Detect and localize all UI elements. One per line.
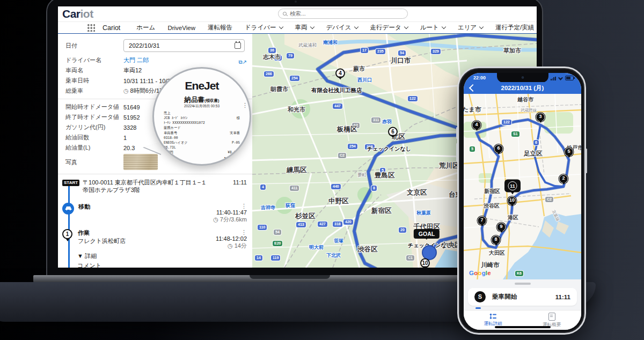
section-menu-icon[interactable]: ⋮ [242,102,248,108]
date-input[interactable] [123,39,245,52]
map-label: 要町 [357,172,367,179]
road-shield: 8 [371,186,377,191]
bottom-sheet[interactable]: S 乗車開始 11:11 [464,279,581,310]
nav-item[interactable]: 運転報告 [208,24,232,32]
nav-item[interactable]: 走行データ [370,24,408,32]
stop-marker-pin[interactable]: 9 [497,223,506,232]
stop-marker-pin[interactable]: 6 [494,144,503,153]
cariot-logo: Cariot [62,8,93,20]
bubble-tail [144,142,162,154]
phone-tab-bar: 運転詳細 運転概要 [464,310,581,330]
route-icon [489,313,497,320]
stop-marker-pin[interactable]: 8 [492,235,501,245]
global-search-input[interactable]: 検索... [278,9,408,19]
app-navbar: Cariot ホーム DriveView 運転報告 ドライバー 車両 [58,22,537,34]
map-label: 武蔵野線 [521,108,537,113]
road-shield: 420 [343,219,353,225]
stop-marker-pin[interactable]: 11 [504,180,521,193]
nav-item[interactable]: DriveView [167,25,195,31]
back-chevron-icon[interactable] [469,84,477,92]
receipt-line: 売上 [164,111,240,116]
road-shield: 311 [371,117,380,123]
status-time: 22:00 [473,75,486,80]
power-button [586,149,587,173]
map-label: 足立区 [524,150,543,158]
receipt-photo-thumb[interactable] [123,154,158,170]
stop-marker-pin[interactable]: 10 [508,196,517,205]
receipt-line: ENEOSハイオクP-05 [164,141,240,145]
map-label: 朝霞市 [270,85,288,93]
map-label: 渋谷区 [484,202,500,210]
road-shield: 5 [470,146,475,152]
field-row: ドライバー名 ◷大門 二郎 [58,55,252,65]
timeline-move-row: 移動 ⋮ 11:40-11:47 ◷ 7分/3.6km [58,202,252,224]
details-toggle[interactable]: ▼ 詳細 [77,252,252,261]
move-menu-icon[interactable]: ⋮ [241,203,247,209]
signal-icon [551,77,556,81]
map-label: 武蔵浦和 [298,42,317,49]
nav-item[interactable]: ルート [420,24,445,32]
map-label: 新宿区 [484,188,500,195]
nav-item[interactable]: 車両 [295,24,314,32]
nav-item[interactable]: ドライバー [245,24,283,32]
start-time: 11:11 [233,179,247,194]
road-shield: 122 [502,120,511,125]
phone-status-bar: 22:00 [464,73,581,82]
road-shield: 413 [296,222,306,227]
map-label: 秋葉原 [416,210,431,217]
road-shield: C2 [338,153,346,158]
map-label: 越谷市 [517,96,533,104]
nav-item[interactable]: 運行予定/実績 [495,24,534,32]
start-address-line2: 帝国ホテルプラザ3階 [83,187,140,193]
divider [58,174,252,174]
receipt-line: 車両番号実車番 [164,131,240,136]
stop-marker-pin[interactable]: 6 [388,127,398,137]
home-indicator[interactable] [495,326,551,328]
receipt-line: 173円¥8,084 [164,150,240,155]
ride-start-time: 11:11 [555,294,570,300]
work-stop-pin[interactable]: 1 [62,229,72,239]
road-shield: 79 [287,53,294,58]
map-label: 草加市 [503,47,521,55]
road-shield: 36 [268,48,276,53]
webcam-dot [295,1,297,3]
nav-items: ホーム DriveView 運転報告 ドライバー 車両 デバイス 走行データ [136,24,537,32]
search-placeholder: 検索... [290,10,306,18]
phone-route-map[interactable]: 122S156C2K6 越谷市武蔵野線さいたま市足立区松戸市新宿区渋谷区港区大田… [464,94,581,279]
work-menu-icon[interactable]: ⋮ [241,229,247,235]
calendar-icon[interactable] [235,42,241,49]
clock-icon: ◷ [213,216,218,223]
sheet-drag-handle[interactable] [515,283,531,285]
app-launcher-icon[interactable] [87,24,95,32]
road-shield: 6 [533,140,539,145]
stop-marker-pin[interactable]: 4 [472,121,481,130]
road-shield: 318 [333,221,342,227]
road-shield: 329 [431,49,441,54]
stop-marker-pin[interactable]: 4 [335,69,345,78]
receipt-line: JCB ｶｰﾄﾞ ｶｲｲﾝ様 [164,116,240,121]
map-label: 新宿区 [371,206,392,216]
road-shield: 4 [260,184,266,190]
stop-marker-pin[interactable]: 10 [420,258,430,268]
road-shield: 254 [290,76,299,81]
nav-item[interactable]: ホーム [136,24,155,32]
stop-marker-pin[interactable]: 2 [559,174,568,183]
stop-marker-pin[interactable]: 7 [478,216,487,225]
map-label: 荻窪 [286,202,295,209]
map-label: 文京区 [407,188,427,197]
stop-marker-pin[interactable]: 3 [536,113,545,122]
nav-item[interactable]: エリア [458,24,483,32]
road-shield: 440 [331,184,341,189]
car-icon [62,203,74,215]
stop-marker-pin[interactable]: 5 [565,147,574,157]
nav-item[interactable]: デバイス [326,24,358,32]
date-field-row: 日付 [58,34,252,55]
goal-badge: GOAL [414,229,440,239]
work-details: ▼ 詳細 コメント 回収品目 [58,252,252,268]
road-shield: 427 [318,221,327,227]
google-logo: Google [469,270,491,276]
external-link-icon[interactable]: ⧉↗ [238,59,247,65]
road-shield: C2 [545,197,553,202]
ride-start-row[interactable]: S 乗車開始 11:11 [468,288,577,306]
road-shield: 254 [348,144,357,149]
